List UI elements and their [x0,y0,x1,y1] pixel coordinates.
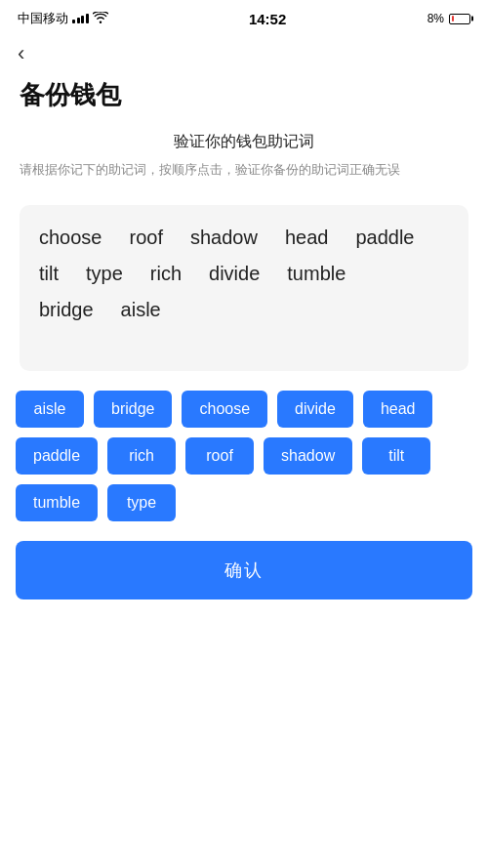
display-word-item: roof [130,227,163,249]
wifi-icon [93,12,108,26]
display-word-item: type [86,263,123,285]
selectable-word-button[interactable]: choose [182,391,267,428]
display-word-item: tumble [287,263,346,285]
status-left: 中国移动 [18,10,108,27]
word-display-area: chooseroofshadowheadpaddletilttyperichdi… [20,205,468,371]
word-buttons-grid: aislebridgechoosedivideheadpaddlerichroo… [16,391,472,521]
display-words-row: chooseroofshadowheadpaddletilttyperichdi… [39,227,449,335]
selectable-word-button[interactable]: tilt [362,437,430,475]
battery-icon [449,14,470,24]
status-bar: 中国移动 14:52 8% [0,0,488,33]
verify-section: 验证你的钱包助记词 请根据你记下的助记词，按顺序点击，验证你备份的助记词正确无误 [0,132,488,191]
display-word-item: paddle [355,227,414,249]
back-button[interactable]: ‹ [0,33,488,70]
selectable-word-button[interactable]: bridge [94,391,172,428]
battery-percent: 8% [427,12,444,25]
selectable-word-button[interactable]: shadow [264,437,352,475]
verify-description: 请根据你记下的助记词，按顺序点击，验证你备份的助记词正确无误 [20,160,468,180]
confirm-button[interactable]: 确认 [16,541,472,599]
selectable-word-button[interactable]: roof [185,437,254,475]
selectable-word-button[interactable]: rich [107,437,176,475]
carrier-label: 中国移动 [18,10,68,27]
selectable-word-button[interactable]: paddle [16,437,98,475]
selectable-word-button[interactable]: divide [277,391,353,428]
display-word-item: bridge [39,299,94,321]
display-word-item: choose [39,227,102,249]
display-word-item: shadow [190,227,258,249]
selectable-word-button[interactable]: tumble [16,484,98,521]
selectable-word-button[interactable]: type [107,484,176,521]
display-word-item: aisle [121,299,161,321]
verify-title: 验证你的钱包助记词 [20,132,468,152]
display-word-item: tilt [39,263,59,285]
status-right: 8% [427,12,470,25]
page-title: 备份钱包 [0,70,488,132]
display-word-item: rich [150,263,182,285]
confirm-area: 确认 [0,541,488,629]
selectable-word-button[interactable]: aisle [16,391,84,428]
display-word-item: divide [209,263,260,285]
selectable-word-button[interactable]: head [363,391,433,428]
display-word-item: head [285,227,329,249]
signal-icon [72,14,89,23]
status-time: 14:52 [249,11,286,27]
back-arrow-icon: ‹ [18,41,24,65]
word-buttons-area: aislebridgechoosedivideheadpaddlerichroo… [0,391,488,521]
